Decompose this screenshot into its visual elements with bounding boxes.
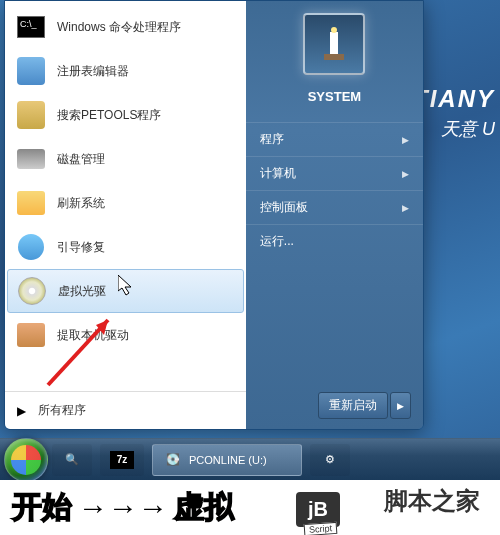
app-label: 引导修复 — [57, 239, 105, 256]
app-cmd[interactable]: C:\_ Windows 命令处理程序 — [5, 5, 246, 49]
chevron-right-icon: ▶ — [402, 203, 409, 213]
syslink-label: 控制面板 — [260, 199, 308, 216]
syslink-label: 计算机 — [260, 165, 296, 182]
chevron-right-icon: ▶ — [402, 169, 409, 179]
restart-button[interactable]: 重新启动 — [318, 392, 388, 419]
disk-icon — [15, 143, 47, 175]
chevron-right-icon: ▶ — [17, 404, 26, 418]
app-label: 磁盘管理 — [57, 151, 105, 168]
app-label: 刷新系统 — [57, 195, 105, 212]
logo-script: Script — [304, 522, 338, 535]
chevron-right-icon: ▶ — [402, 135, 409, 145]
refresh-icon — [15, 187, 47, 219]
app-refresh-system[interactable]: 刷新系统 — [5, 181, 246, 225]
registry-icon — [15, 55, 47, 87]
app-label: 注册表编辑器 — [57, 63, 129, 80]
app-search-petools[interactable]: 搜索PETOOLS程序 — [5, 93, 246, 137]
app-virtual-cd[interactable]: 虚拟光驱 — [7, 269, 244, 313]
svg-rect-0 — [330, 32, 338, 56]
start-menu-left: C:\_ Windows 命令处理程序 注册表编辑器 搜索PETOOLS程序 磁… — [5, 1, 246, 429]
start-button[interactable] — [4, 438, 48, 482]
brand-english: TIANY — [413, 85, 495, 113]
system-links: 程序▶ 计算机▶ 控制面板▶ 运行... — [246, 122, 423, 258]
svg-rect-1 — [324, 54, 344, 60]
cd-icon — [16, 275, 48, 307]
jb-logo: jB Script — [296, 492, 340, 527]
app-label: 搜索PETOOLS程序 — [57, 107, 161, 124]
cmd-icon: C:\_ — [15, 11, 47, 43]
driver-icon — [15, 319, 47, 351]
all-programs[interactable]: ▶ 所有程序 — [5, 391, 246, 429]
app-list: C:\_ Windows 命令处理程序 注册表编辑器 搜索PETOOLS程序 磁… — [5, 1, 246, 391]
app-disk-mgmt[interactable]: 磁盘管理 — [5, 137, 246, 181]
taskbar: 🔍 7z 💽 PCONLINE (U:) ⚙ — [0, 438, 500, 480]
shutdown-options-button[interactable]: ▶ — [390, 392, 411, 419]
syslink-run[interactable]: 运行... — [246, 224, 423, 258]
magnifier-icon: 🔍 — [62, 450, 82, 470]
app-extract-drivers[interactable]: 提取本机驱动 — [5, 313, 246, 357]
svg-point-2 — [331, 27, 337, 33]
start-menu: C:\_ Windows 命令处理程序 注册表编辑器 搜索PETOOLS程序 磁… — [4, 0, 424, 430]
user-name: SYSTEM — [308, 89, 361, 104]
app-regedit[interactable]: 注册表编辑器 — [5, 49, 246, 93]
app-label: 虚拟光驱 — [58, 283, 106, 300]
taskbar-chip[interactable]: ⚙ — [310, 444, 350, 476]
desktop-brand: TIANY 天意 U — [413, 85, 500, 141]
caption-text: 开始 →→→ 虚拟 — [0, 487, 234, 528]
app-label: Windows 命令处理程序 — [57, 19, 181, 36]
chip-icon: ⚙ — [320, 450, 340, 470]
site-name: 脚本之家 — [384, 485, 480, 517]
app-boot-repair[interactable]: 引导修复 — [5, 225, 246, 269]
taskbar-7zip[interactable]: 7z — [100, 444, 144, 476]
taskbar-search[interactable]: 🔍 — [52, 444, 92, 476]
caption-virtual: 虚拟 — [174, 487, 234, 528]
lighthouse-icon — [314, 24, 354, 64]
brand-chinese: 天意 U — [413, 117, 495, 141]
caption-start: 开始 — [12, 487, 72, 528]
tutorial-caption: 开始 →→→ 虚拟 jB Script 脚本之家 — [0, 480, 500, 535]
shutdown-row: 重新启动 ▶ — [246, 382, 423, 429]
all-programs-label: 所有程序 — [38, 402, 86, 419]
app-label: 提取本机驱动 — [57, 327, 129, 344]
taskbar-drive[interactable]: 💽 PCONLINE (U:) — [152, 444, 302, 476]
start-menu-right: SYSTEM 程序▶ 计算机▶ 控制面板▶ 运行... 重新启动 ▶ — [246, 1, 423, 429]
drive-icon: 💽 — [163, 450, 183, 470]
syslink-computer[interactable]: 计算机▶ — [246, 156, 423, 190]
user-picture[interactable] — [303, 13, 365, 75]
syslink-label: 程序 — [260, 131, 284, 148]
caption-arrows: →→→ — [78, 491, 168, 525]
syslink-programs[interactable]: 程序▶ — [246, 122, 423, 156]
taskbar-drive-label: PCONLINE (U:) — [189, 454, 267, 466]
sevenzip-icon: 7z — [110, 451, 134, 469]
boot-repair-icon — [15, 231, 47, 263]
syslink-label: 运行... — [260, 233, 294, 250]
syslink-control-panel[interactable]: 控制面板▶ — [246, 190, 423, 224]
search-icon — [15, 99, 47, 131]
